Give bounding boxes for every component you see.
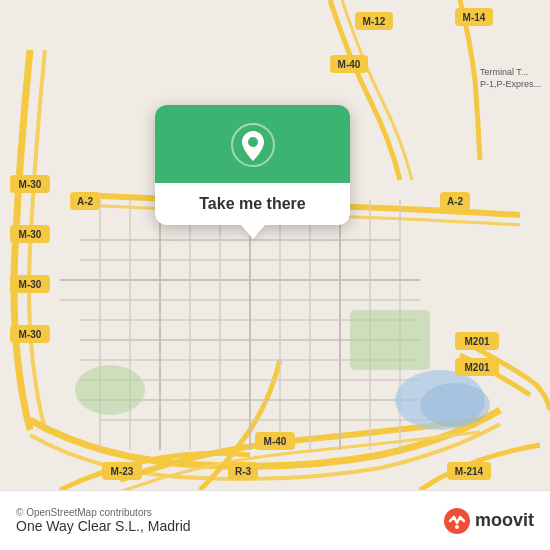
- location-label: One Way Clear S.L., Madrid: [16, 518, 191, 534]
- svg-text:M-40: M-40: [338, 59, 361, 70]
- svg-rect-26: [350, 310, 430, 370]
- moovit-logo: moovit: [443, 507, 534, 535]
- svg-text:M201: M201: [464, 362, 489, 373]
- bottom-left-section: © OpenStreetMap contributors One Way Cle…: [16, 507, 191, 534]
- popup-balloon[interactable]: Take me there: [155, 105, 350, 225]
- bottom-bar: © OpenStreetMap contributors One Way Cle…: [0, 490, 550, 550]
- svg-text:M201: M201: [464, 336, 489, 347]
- svg-text:M-40: M-40: [264, 436, 287, 447]
- location-pin-icon: [231, 123, 275, 167]
- svg-text:R-3: R-3: [235, 466, 252, 477]
- svg-text:M-30: M-30: [19, 179, 42, 190]
- moovit-brand-text: moovit: [475, 510, 534, 531]
- map-container: M-12 M-14 M-40 M-30 M-30 M-30 M-30 A-2 A…: [0, 0, 550, 490]
- svg-text:M-30: M-30: [19, 279, 42, 290]
- svg-text:A-2: A-2: [447, 196, 464, 207]
- osm-attribution: © OpenStreetMap contributors: [16, 507, 191, 518]
- svg-text:P-1,P-Expres...: P-1,P-Expres...: [480, 79, 541, 89]
- svg-text:M-30: M-30: [19, 229, 42, 240]
- moovit-icon: [443, 507, 471, 535]
- popup-green-section: [155, 105, 350, 183]
- svg-text:A-2: A-2: [77, 196, 94, 207]
- svg-text:Terminal T...: Terminal T...: [480, 67, 528, 77]
- popup-button-label[interactable]: Take me there: [183, 183, 321, 225]
- svg-text:M-214: M-214: [455, 466, 484, 477]
- svg-text:M-23: M-23: [111, 466, 134, 477]
- svg-text:M-30: M-30: [19, 329, 42, 340]
- svg-text:M-14: M-14: [463, 12, 486, 23]
- svg-point-65: [455, 525, 459, 529]
- svg-point-27: [75, 365, 145, 415]
- svg-text:M-12: M-12: [363, 16, 386, 27]
- svg-point-29: [420, 383, 490, 427]
- svg-point-63: [248, 137, 258, 147]
